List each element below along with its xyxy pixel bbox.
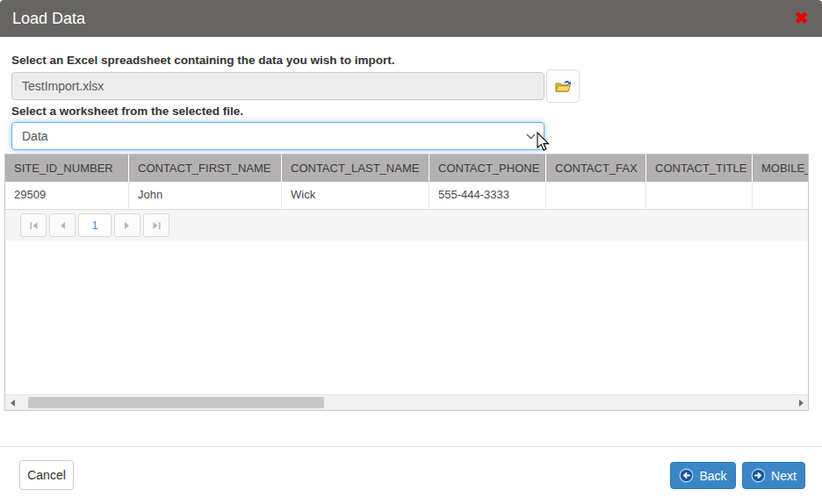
table-row: 29509JohnWick555-444-3333	[5, 182, 809, 210]
column-header-contact_title[interactable]: CONTACT_TITLE	[646, 155, 753, 182]
worksheet-dropdown[interactable]: Data	[11, 122, 544, 150]
grid-body: 29509JohnWick555-444-3333	[5, 182, 808, 210]
column-header-contact_phone[interactable]: CONTACT_PHONE	[429, 155, 546, 182]
column-header-contact_fax[interactable]: CONTACT_FAX	[546, 155, 646, 182]
pager-first-button[interactable]	[20, 213, 47, 237]
pager-page-button[interactable]: 1	[78, 213, 112, 237]
scroll-left-icon[interactable]	[5, 395, 20, 410]
column-header-contact_last_name[interactable]: CONTACT_LAST_NAME	[282, 155, 429, 182]
next-button[interactable]: Next	[742, 462, 805, 489]
back-button-label: Back	[699, 469, 726, 483]
dialog-titlebar: Load Data ✖	[0, 0, 822, 37]
chevron-down-icon	[526, 133, 536, 140]
dialog-title: Load Data	[12, 0, 85, 37]
file-path-input[interactable]	[11, 72, 544, 100]
file-select-label: Select an Excel spreadsheet containing t…	[11, 54, 395, 67]
worksheet-select-label: Select a worksheet from the selected fil…	[11, 104, 243, 118]
browse-button[interactable]	[546, 69, 580, 103]
pager-next-button[interactable]	[114, 213, 141, 237]
prev-page-icon	[58, 221, 67, 230]
horizontal-scrollbar[interactable]	[5, 394, 808, 410]
load-data-dialog: Load Data ✖ Select an Excel spreadsheet …	[0, 0, 822, 504]
first-page-icon	[29, 221, 39, 230]
footer-divider	[0, 446, 822, 447]
worksheet-dropdown-value: Data	[12, 129, 526, 143]
grid-pager: 1	[5, 210, 808, 241]
table-cell: Wick	[282, 182, 429, 209]
column-header-contact_first_name[interactable]: CONTACT_FIRST_NAME	[129, 155, 282, 182]
column-header-mobile_[interactable]: MOBILE_	[753, 155, 809, 182]
close-icon[interactable]: ✖	[795, 7, 809, 30]
scrollbar-thumb[interactable]	[28, 397, 324, 408]
pager-prev-button[interactable]	[49, 213, 76, 237]
last-page-icon	[152, 221, 162, 230]
scroll-right-icon[interactable]	[793, 395, 808, 410]
data-preview-grid: SITE_ID_NUMBERCONTACT_FIRST_NAMECONTACT_…	[4, 154, 809, 411]
table-cell	[546, 182, 646, 209]
table-cell	[753, 182, 809, 209]
table-cell: 555-444-3333	[429, 182, 546, 209]
table-cell: John	[129, 182, 282, 209]
arrow-left-circle-icon	[679, 468, 694, 483]
next-page-icon	[123, 221, 132, 230]
cancel-button[interactable]: Cancel	[19, 460, 74, 490]
next-button-label: Next	[771, 469, 797, 483]
current-page-number: 1	[91, 219, 97, 232]
arrow-right-circle-icon	[751, 468, 766, 483]
table-cell: 29509	[5, 182, 129, 209]
grid-header-row: SITE_ID_NUMBERCONTACT_FIRST_NAMECONTACT_…	[5, 155, 809, 182]
open-folder-icon	[555, 79, 572, 94]
pager-last-button[interactable]	[143, 213, 169, 237]
column-header-site_id_number[interactable]: SITE_ID_NUMBER	[5, 155, 129, 182]
back-button[interactable]: Back	[670, 462, 736, 489]
table-cell	[646, 182, 753, 209]
